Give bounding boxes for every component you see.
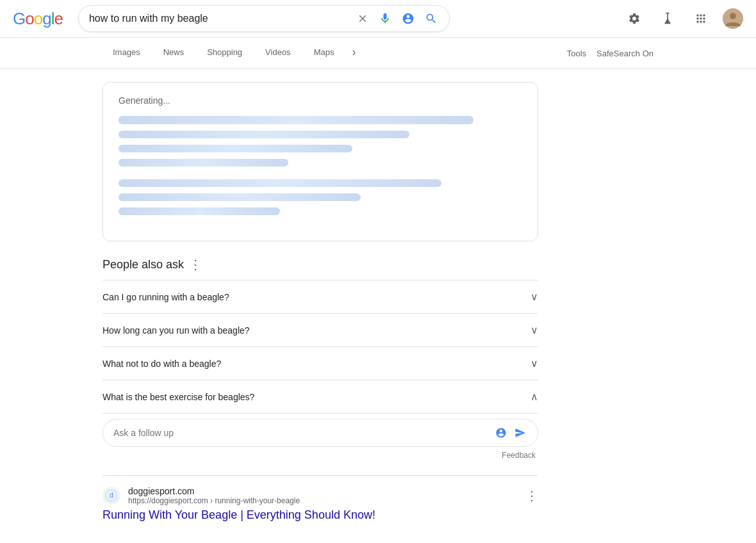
user-avatar-icon: [723, 8, 743, 29]
lens-icon: [402, 12, 415, 25]
people-also-ask: People also ask ⋮ Can I go running with …: [103, 257, 538, 460]
skeleton-line: [119, 159, 288, 166]
chevron-down-icon-2: ∨: [530, 324, 538, 336]
feedback-label: Feedback: [103, 451, 538, 460]
paa-item-1[interactable]: Can I go running with a beagle? ∨: [103, 280, 538, 314]
clear-button[interactable]: [356, 12, 370, 26]
svg-text:d: d: [110, 492, 113, 499]
svg-point-1: [730, 13, 736, 19]
ai-section: Generating...: [103, 82, 538, 241]
generating-label: Generating...: [119, 95, 522, 106]
logo-g2: g: [42, 9, 51, 28]
tab-maps[interactable]: Maps: [304, 40, 345, 67]
paa-question-1: Can I go running with a beagle?: [103, 292, 229, 302]
paa-item-2[interactable]: How long can you run with a beagle? ∨: [103, 314, 538, 347]
result-source-info: doggiesport.com https://doggiesport.com …: [128, 486, 300, 505]
result-more-button[interactable]: ⋮: [525, 488, 538, 503]
logo-e: e: [54, 9, 62, 28]
x-icon: [357, 13, 368, 24]
chevron-up-icon-4: ∧: [530, 391, 538, 403]
settings-button[interactable]: [623, 7, 646, 30]
tab-news[interactable]: News: [153, 40, 195, 67]
logo-o2: o: [34, 9, 42, 28]
grid-icon: [694, 12, 707, 25]
result-source: d doggiesport.com https://doggiesport.co…: [103, 486, 538, 505]
followup-input[interactable]: [113, 428, 486, 438]
google-logo[interactable]: Google: [13, 9, 63, 29]
search-bar: [78, 5, 450, 32]
section-divider: [103, 475, 538, 476]
followup-icons: [494, 426, 527, 440]
safesearch-button[interactable]: SafeSearch On: [596, 49, 653, 58]
paa-header: People also ask ⋮: [103, 257, 538, 272]
search-icon: [425, 12, 438, 25]
send-icon: [514, 427, 526, 439]
search-button[interactable]: [423, 11, 439, 26]
tools-button[interactable]: Tools: [567, 49, 586, 58]
search-bar-wrapper: [78, 5, 450, 32]
tab-videos[interactable]: Videos: [255, 40, 301, 67]
chevron-down-icon-3: ∨: [530, 357, 538, 369]
paa-item-4[interactable]: What is the best exercise for beagles? ∧: [103, 380, 538, 414]
labs-button[interactable]: [656, 7, 679, 30]
nav-tabs: Images News Shopping Videos Maps › Tools…: [0, 38, 756, 69]
logo-g: G: [13, 9, 25, 28]
header-right: [623, 7, 743, 30]
result-domain: doggiesport.com: [128, 486, 300, 496]
paa-question-2: How long can you run with a beagle?: [103, 325, 250, 336]
paa-menu-icon[interactable]: ⋮: [189, 257, 202, 272]
search-input[interactable]: [89, 13, 348, 24]
followup-send-button[interactable]: [513, 426, 527, 440]
result-url: https://doggiesport.com › running-with-y…: [128, 496, 300, 505]
skeleton-group-2: [119, 179, 522, 215]
more-tabs-button[interactable]: ›: [347, 38, 361, 69]
result-title-link[interactable]: Running With Your Beagle | Everything Sh…: [103, 508, 375, 521]
search-icons: [356, 11, 439, 26]
skeleton-line: [119, 193, 361, 201]
lens-button[interactable]: [400, 11, 416, 26]
voice-search-button[interactable]: [377, 11, 393, 26]
chevron-down-icon-1: ∨: [530, 291, 538, 303]
flask-icon: [661, 12, 674, 25]
skeleton-group-1: [119, 116, 522, 166]
favicon-icon: d: [105, 489, 118, 502]
search-result-1: d doggiesport.com https://doggiesport.co…: [103, 486, 538, 523]
skeleton-line: [119, 116, 473, 124]
tab-images[interactable]: Images: [103, 40, 151, 67]
paa-title: People also ask: [103, 258, 184, 272]
skeleton-line: [119, 145, 352, 152]
result-favicon: d: [103, 487, 120, 505]
followup-container: Feedback: [103, 419, 538, 460]
followup-lens-icon: [495, 427, 507, 439]
paa-question-3: What not to do with a beagle?: [103, 359, 221, 369]
skeleton-line: [119, 131, 409, 138]
followup-input-bar: [103, 419, 538, 447]
nav-right: Tools SafeSearch On: [567, 49, 653, 58]
header: Google: [0, 0, 756, 38]
tab-shopping[interactable]: Shopping: [197, 40, 252, 67]
results-column: Generating... People also ask ⋮ Can I: [103, 82, 538, 538]
skeleton-line: [119, 207, 280, 215]
logo-o1: o: [25, 9, 33, 28]
avatar[interactable]: [723, 8, 743, 29]
skeleton-line: [119, 179, 441, 187]
mic-icon: [379, 12, 391, 25]
apps-button[interactable]: [689, 7, 712, 30]
followup-lens-button[interactable]: [494, 426, 508, 440]
gear-icon: [628, 12, 641, 25]
main-content: Generating... People also ask ⋮ Can I: [0, 69, 756, 543]
paa-item-3[interactable]: What not to do with a beagle? ∨: [103, 347, 538, 380]
paa-question-4: What is the best exercise for beagles?: [103, 392, 254, 402]
